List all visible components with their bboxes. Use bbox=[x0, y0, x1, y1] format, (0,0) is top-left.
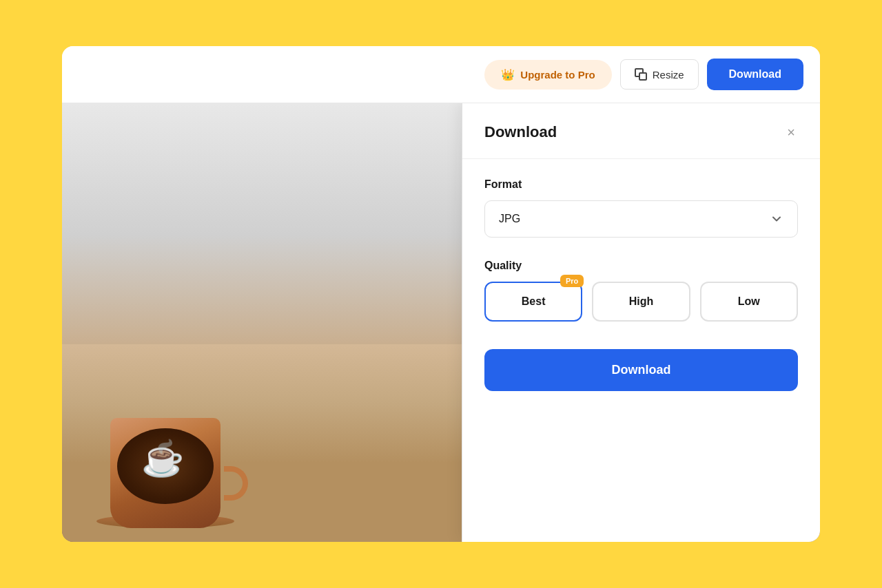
upgrade-label: Upgrade to Pro bbox=[520, 69, 595, 81]
resize-button[interactable]: Resize bbox=[620, 59, 699, 90]
quality-option-best[interactable]: Pro Best bbox=[484, 282, 582, 322]
coffee-cup bbox=[96, 390, 248, 528]
format-select[interactable]: JPG bbox=[484, 200, 798, 238]
quality-best-label: Best bbox=[522, 295, 546, 307]
latte-art bbox=[145, 442, 186, 490]
app-container: 👑 Upgrade to Pro Resize Download bbox=[62, 46, 820, 542]
quality-high-label: High bbox=[629, 295, 654, 307]
quality-low-label: Low bbox=[738, 295, 760, 307]
cup-handle bbox=[224, 466, 248, 501]
crown-icon: 👑 bbox=[501, 68, 515, 81]
resize-icon bbox=[635, 68, 647, 81]
pro-badge: Pro bbox=[560, 275, 584, 287]
format-label: Format bbox=[484, 178, 798, 191]
close-icon: × bbox=[787, 125, 795, 139]
quality-label: Quality bbox=[484, 260, 798, 272]
panel-header: Download × bbox=[462, 103, 820, 159]
close-button[interactable]: × bbox=[784, 123, 798, 142]
quality-options: Pro Best High Low bbox=[484, 282, 798, 322]
quality-section: Quality Pro Best High Low bbox=[484, 260, 798, 322]
toolbar: 👑 Upgrade to Pro Resize Download bbox=[62, 46, 820, 103]
format-value: JPG bbox=[499, 213, 520, 225]
download-label: Download bbox=[612, 363, 671, 377]
cup-liquid bbox=[117, 428, 214, 504]
cup-body bbox=[110, 418, 220, 528]
format-section: Format JPG bbox=[484, 178, 798, 238]
quality-option-high[interactable]: High bbox=[592, 282, 690, 322]
upgrade-to-pro-button[interactable]: 👑 Upgrade to Pro bbox=[484, 60, 611, 90]
resize-label: Resize bbox=[653, 69, 684, 81]
panel-body: Format JPG Quality Pro Best bbox=[462, 159, 820, 542]
panel-title: Download bbox=[484, 123, 557, 141]
download-button[interactable]: Download bbox=[484, 349, 798, 391]
svg-rect-1 bbox=[639, 73, 646, 80]
main-content: Download × Format JPG bbox=[62, 103, 820, 542]
download-panel: Download × Format JPG bbox=[462, 103, 820, 542]
download-header-label: Download bbox=[729, 68, 781, 80]
chevron-down-icon bbox=[770, 212, 783, 226]
download-header-button[interactable]: Download bbox=[707, 59, 803, 90]
quality-option-low[interactable]: Low bbox=[700, 282, 798, 322]
